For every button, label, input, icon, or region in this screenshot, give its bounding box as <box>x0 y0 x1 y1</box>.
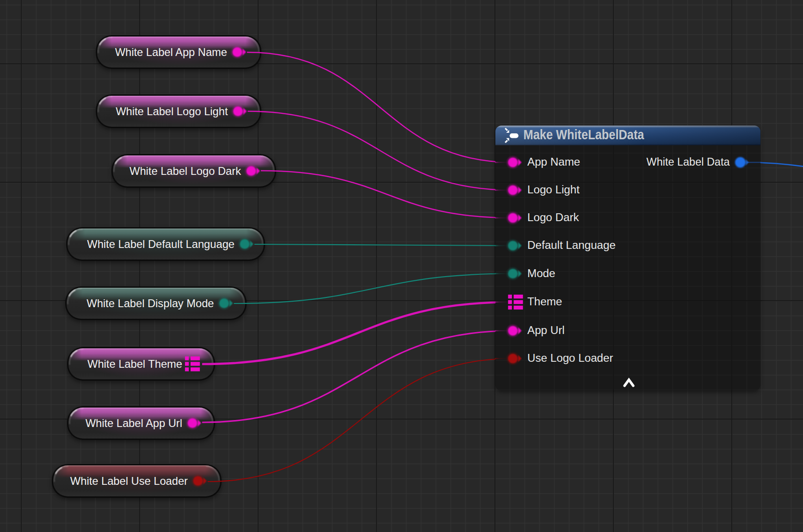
svg-text:Logo Light: Logo Light <box>527 183 580 196</box>
svg-text:White Label Use Loader: White Label Use Loader <box>70 475 188 487</box>
svg-text:App Url: App Url <box>527 324 565 336</box>
svg-text:Make WhiteLabelData: Make WhiteLabelData <box>524 127 645 142</box>
svg-text:White Label Display Mode: White Label Display Mode <box>86 297 214 309</box>
svg-text:App Name: App Name <box>527 155 580 168</box>
svg-text:Default Language: Default Language <box>527 239 616 251</box>
svg-text:White Label Theme: White Label Theme <box>87 358 182 370</box>
svg-text:White Label Data: White Label Data <box>647 155 730 168</box>
svg-text:White Label App Name: White Label App Name <box>115 46 227 58</box>
svg-text:White Label App Url: White Label App Url <box>86 417 182 429</box>
svg-text:Mode: Mode <box>527 267 556 279</box>
svg-text:Theme: Theme <box>527 295 562 308</box>
svg-text:White Label Default Language: White Label Default Language <box>87 238 235 250</box>
svg-text:Use Logo Loader: Use Logo Loader <box>527 352 613 364</box>
svg-text:White Label Logo Light: White Label Logo Light <box>116 105 228 118</box>
svg-text:Logo Dark: Logo Dark <box>527 211 580 223</box>
svg-text:White Label Logo Dark: White Label Logo Dark <box>130 165 241 177</box>
